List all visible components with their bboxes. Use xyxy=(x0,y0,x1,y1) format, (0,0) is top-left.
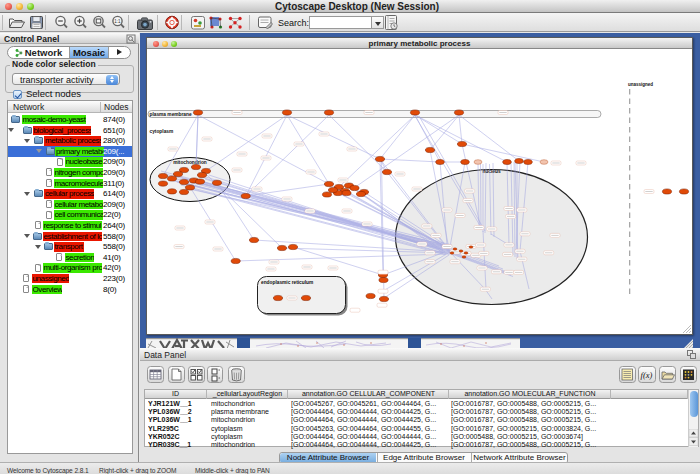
svg-text:nucleus: nucleus xyxy=(482,169,500,174)
svg-text:f(x): f(x) xyxy=(641,370,653,380)
svg-text:1:1: 1:1 xyxy=(114,19,121,24)
svg-text:unassigned: unassigned xyxy=(628,82,653,87)
svg-text:endoplasmic reticulum: endoplasmic reticulum xyxy=(261,280,313,285)
svg-text:mitochondrion: mitochondrion xyxy=(173,160,207,165)
svg-text:plasma membrane: plasma membrane xyxy=(150,112,192,117)
svg-text:cytoplasm: cytoplasm xyxy=(150,129,174,134)
